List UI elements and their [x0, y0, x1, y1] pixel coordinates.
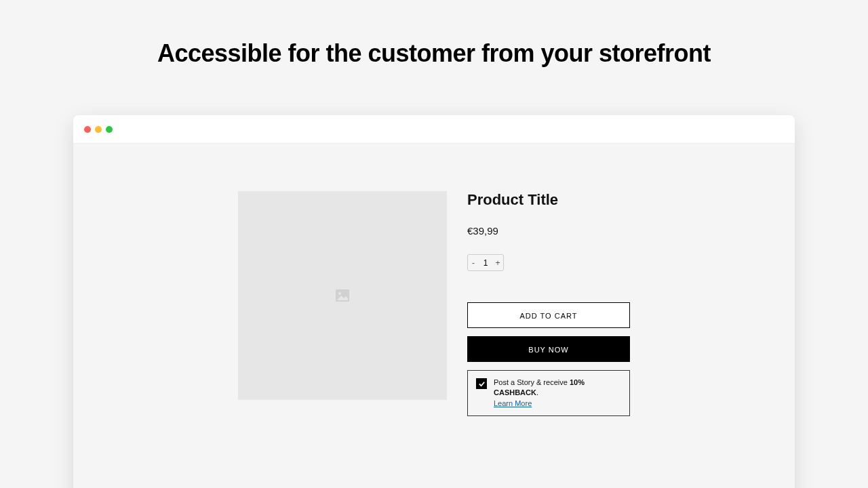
add-to-cart-button[interactable]: ADD TO CART — [467, 302, 630, 328]
quantity-increase-button[interactable]: + — [492, 259, 503, 267]
browser-viewport: Product Title €39,99 - 1 + ADD TO CART B… — [73, 144, 795, 488]
product-details: Product Title €39,99 - 1 + ADD TO CART B… — [467, 191, 630, 488]
svg-point-1 — [338, 292, 341, 295]
window-minimize-icon[interactable] — [95, 126, 102, 133]
product-price: €39,99 — [467, 225, 630, 237]
buy-now-button[interactable]: BUY NOW — [467, 336, 630, 362]
learn-more-link[interactable]: Learn More — [494, 399, 532, 407]
browser-chrome — [73, 115, 795, 144]
cashback-text: Post a Story & receive 10% CASHBACK. Lea… — [494, 378, 621, 409]
cashback-checkbox[interactable] — [476, 378, 487, 389]
product-title: Product Title — [467, 191, 630, 209]
browser-window: Product Title €39,99 - 1 + ADD TO CART B… — [73, 115, 795, 488]
cashback-offer-box: Post a Story & receive 10% CASHBACK. Lea… — [467, 370, 630, 416]
quantity-value: 1 — [479, 258, 492, 268]
quantity-decrease-button[interactable]: - — [468, 259, 479, 267]
window-close-icon[interactable] — [84, 126, 91, 133]
product-image-placeholder — [238, 191, 447, 400]
page-heading: Accessible for the customer from your st… — [0, 0, 868, 68]
cashback-suffix: . — [536, 388, 538, 396]
checkmark-icon — [478, 380, 486, 388]
image-placeholder-icon — [334, 287, 351, 304]
cashback-prefix: Post a Story & receive — [494, 378, 570, 386]
quantity-stepper: - 1 + — [467, 254, 504, 271]
window-maximize-icon[interactable] — [106, 126, 113, 133]
